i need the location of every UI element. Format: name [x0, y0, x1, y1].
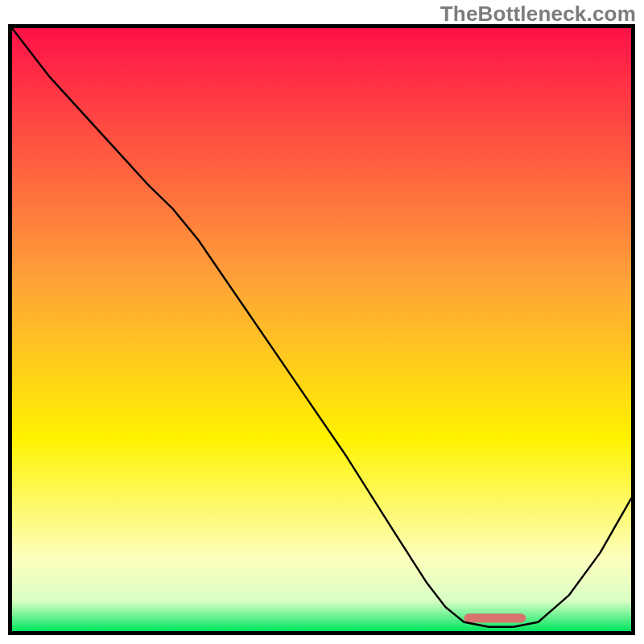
chart-frame: [8, 24, 635, 635]
gradient-background: [12, 28, 631, 631]
watermark-text: TheBottleneck.com: [440, 2, 636, 27]
chart-svg: [12, 28, 631, 631]
chart-root: TheBottleneck.com: [0, 0, 644, 644]
optimal-range-marker: [464, 613, 526, 622]
